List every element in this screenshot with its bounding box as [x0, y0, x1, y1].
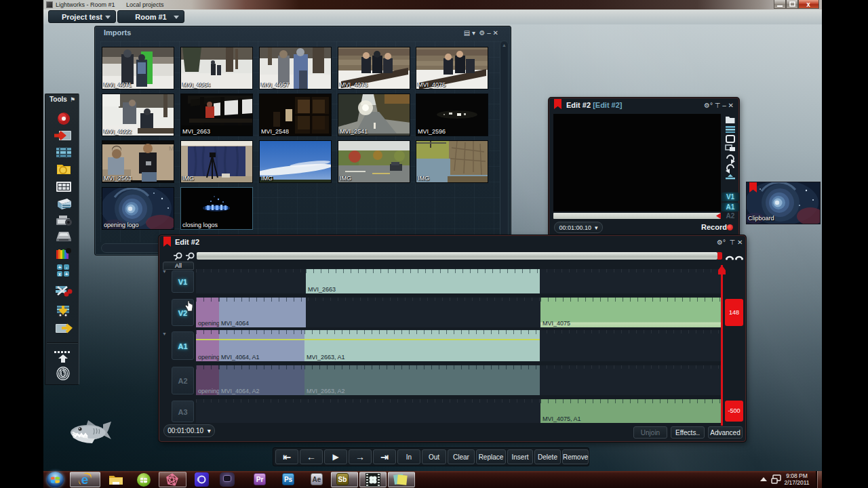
svg-text:-: -	[66, 264, 68, 270]
svg-text:e: e	[81, 472, 89, 487]
svg-text:x: x	[58, 272, 61, 277]
svg-text:x: x	[806, 1, 810, 8]
svg-text:M: M	[169, 145, 174, 152]
svg-text:+: +	[65, 271, 68, 277]
svg-text:+: +	[58, 264, 62, 270]
